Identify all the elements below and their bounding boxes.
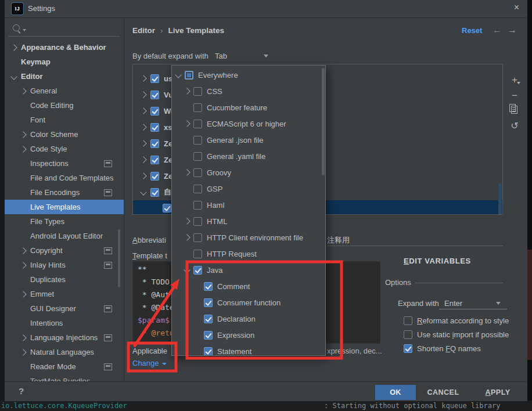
context-checkbox[interactable] (204, 298, 213, 307)
context-checkbox[interactable] (204, 347, 213, 356)
context-checkbox[interactable] (193, 250, 202, 258)
sidebar-item-keymap[interactable]: Keymap (5, 55, 124, 69)
chevron-right-icon[interactable] (184, 218, 190, 224)
chevron-right-icon[interactable] (20, 131, 26, 138)
add-button[interactable]: + (508, 74, 522, 86)
context-checkbox[interactable] (193, 233, 202, 242)
context-checkbox[interactable] (204, 315, 213, 323)
chevron-right-icon[interactable] (10, 44, 17, 51)
chevron-right-icon[interactable] (184, 169, 190, 175)
chevron-right-icon[interactable] (20, 88, 26, 94)
chevron-down-icon[interactable] (140, 189, 146, 195)
sidebar-item-android-layout-editor[interactable]: Android Layout Editor (5, 229, 124, 243)
sidebar-item-inlay-hints[interactable]: Inlay Hints (5, 258, 124, 272)
group-checkbox[interactable] (150, 172, 159, 181)
context-checkbox[interactable] (193, 120, 202, 128)
search-icon[interactable] (13, 24, 20, 31)
sidebar-item-live-templates[interactable]: Live Templates (5, 200, 124, 214)
context-item-groovy[interactable]: Groovy (172, 164, 325, 181)
chevron-right-icon[interactable] (20, 247, 26, 254)
context-item-html[interactable]: HTML (172, 213, 325, 229)
sidebar-item-emmet[interactable]: Emmet (5, 287, 124, 301)
chevron-right-icon[interactable] (20, 334, 26, 341)
breadcrumb-editor[interactable]: Editor (132, 26, 155, 35)
sidebar-item-language-injections[interactable]: Language Injections (5, 330, 124, 345)
template-checkbox[interactable] (163, 204, 171, 212)
group-checkbox[interactable] (150, 139, 159, 148)
context-item-yaml[interactable]: General .yaml file (172, 148, 325, 164)
group-checkbox[interactable] (150, 91, 159, 99)
group-checkbox[interactable] (150, 123, 159, 132)
static-import-checkbox-row[interactable]: Use static import if possible (404, 330, 509, 339)
context-item-css[interactable]: CSS (172, 83, 325, 99)
context-item-ecmascript[interactable]: ECMAScript 6 or higher (172, 116, 325, 132)
chevron-right-icon[interactable] (140, 75, 146, 81)
checkbox[interactable] (404, 316, 412, 325)
expand-with-dropdown[interactable]: Enter (444, 299, 462, 308)
chevron-right-icon[interactable] (140, 124, 146, 130)
context-checkbox[interactable] (204, 282, 213, 291)
context-checkbox[interactable] (193, 201, 202, 210)
description-field[interactable]: 注释用 (327, 235, 350, 246)
context-item-json[interactable]: General .json file (172, 132, 325, 148)
sidebar-item-code-editing[interactable]: Code Editing (5, 98, 124, 113)
default-expand-dropdown[interactable]: Tab (215, 52, 227, 60)
change-link[interactable]: Change (132, 359, 167, 367)
reset-link[interactable]: Reset (462, 26, 482, 35)
sidebar-item-color-scheme[interactable]: Color Scheme (5, 127, 124, 142)
chevron-right-icon[interactable] (140, 172, 146, 179)
chevron-right-icon[interactable] (140, 156, 146, 163)
context-item-java-declaration[interactable]: Declaration (172, 311, 325, 327)
chevron-right-icon[interactable] (20, 146, 26, 152)
group-checkbox[interactable] (150, 188, 159, 197)
group-checkbox[interactable] (150, 156, 159, 164)
help-icon[interactable]: ? (19, 386, 24, 396)
close-icon[interactable]: × (514, 2, 519, 13)
context-item-java-statement[interactable]: Statement (172, 343, 325, 356)
context-checkbox[interactable] (193, 103, 202, 112)
revert-icon[interactable]: ↺ (508, 120, 522, 132)
sidebar-item-general[interactable]: General (5, 84, 124, 98)
sidebar-item-intentions[interactable]: Intentions (5, 316, 124, 330)
chevron-right-icon[interactable] (140, 91, 146, 98)
group-checkbox[interactable] (150, 74, 159, 83)
context-checkbox[interactable] (204, 331, 213, 340)
context-checkbox[interactable] (193, 185, 202, 193)
sidebar-item-file-types[interactable]: File Types (5, 214, 124, 229)
context-checkbox-partial[interactable] (185, 71, 193, 80)
ok-button[interactable]: OK (375, 385, 416, 400)
sidebar-item-file-encodings[interactable]: File Encodings (5, 185, 124, 200)
sidebar-item-clipped[interactable]: TextMate Bundles (5, 374, 124, 381)
chevron-right-icon[interactable] (184, 120, 190, 127)
forward-arrow-icon[interactable]: → (508, 25, 517, 35)
chevron-right-icon[interactable] (140, 107, 146, 114)
sidebar-item-copyright[interactable]: Copyright (5, 243, 124, 258)
popup-scrollbar[interactable] (322, 68, 325, 175)
sidebar-item-gui-designer[interactable]: GUI Designer (5, 301, 124, 316)
reformat-checkbox-row[interactable]: Reformat according to style (404, 316, 509, 325)
back-arrow-icon[interactable]: ← (493, 25, 502, 35)
chevron-right-icon[interactable] (184, 88, 190, 94)
duplicate-icon[interactable] (511, 106, 517, 114)
context-item-http-request[interactable]: HTTP Request (172, 246, 325, 262)
remove-button[interactable]: − (508, 90, 522, 102)
list-scrollbar[interactable] (498, 183, 502, 215)
apply-button[interactable]: APPLY (480, 385, 516, 400)
chevron-down-icon[interactable] (10, 73, 17, 80)
checkbox[interactable] (404, 330, 412, 339)
sidebar-item-duplicates[interactable]: Duplicates (5, 272, 124, 287)
context-item-cucumber[interactable]: Cucumber feature (172, 99, 325, 116)
group-checkbox[interactable] (150, 107, 159, 116)
context-item-java-comment[interactable]: Comment (172, 278, 325, 294)
dropdown-caret-icon[interactable] (264, 55, 268, 57)
chevron-right-icon[interactable] (20, 349, 26, 355)
sidebar-item-appearance-behavior[interactable]: Appearance & Behavior (5, 40, 124, 55)
context-item-java[interactable]: Java (172, 262, 325, 278)
cancel-button[interactable]: CANCEL (424, 385, 462, 400)
sidebar-item-editor[interactable]: Editor (5, 69, 124, 84)
chevron-right-icon[interactable] (20, 291, 26, 297)
shorten-fq-checkbox-row[interactable]: Shorten FQ names (404, 344, 481, 353)
sidebar-item-reader-mode[interactable]: Reader Mode (5, 359, 124, 374)
context-item-java-consumer-function[interactable]: Consumer function (172, 294, 325, 311)
sidebar-item-natural-languages[interactable]: Natural Languages (5, 345, 124, 359)
